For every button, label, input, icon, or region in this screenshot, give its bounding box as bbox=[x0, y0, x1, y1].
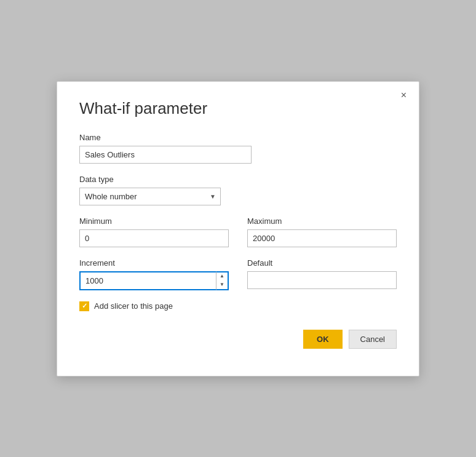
ok-button[interactable]: OK bbox=[303, 330, 343, 349]
dialog-footer: OK Cancel bbox=[79, 330, 397, 349]
increment-input[interactable] bbox=[79, 271, 216, 290]
default-label: Default bbox=[247, 258, 397, 268]
increment-spinner: ▲ ▼ bbox=[216, 271, 229, 290]
add-slicer-label: Add slicer to this page bbox=[94, 301, 173, 311]
dialog-overlay: × What-if parameter Name Data type Whole… bbox=[0, 0, 476, 457]
dialog-title: What-if parameter bbox=[79, 99, 397, 118]
data-type-field-group: Data type Whole number Decimal number Fi… bbox=[79, 175, 397, 205]
increment-label: Increment bbox=[79, 258, 229, 268]
maximum-input[interactable] bbox=[247, 229, 397, 247]
name-field-group: Name bbox=[79, 133, 397, 164]
increment-down-button[interactable]: ▼ bbox=[216, 280, 228, 289]
cancel-button[interactable]: Cancel bbox=[349, 330, 397, 349]
minimum-col: Minimum bbox=[79, 217, 229, 247]
add-slicer-row: ✓ Add slicer to this page bbox=[79, 301, 397, 311]
increment-default-row: Increment ▲ ▼ Default bbox=[79, 258, 397, 290]
close-button[interactable]: × bbox=[397, 89, 410, 101]
maximum-col: Maximum bbox=[247, 217, 397, 247]
checkmark-icon: ✓ bbox=[82, 302, 87, 310]
maximum-label: Maximum bbox=[247, 217, 397, 226]
data-type-select-wrapper: Whole number Decimal number Fixed decima… bbox=[79, 188, 221, 205]
minimum-input[interactable] bbox=[79, 229, 229, 247]
data-type-select[interactable]: Whole number Decimal number Fixed decima… bbox=[79, 188, 221, 205]
increment-col: Increment ▲ ▼ bbox=[79, 258, 229, 290]
minimum-label: Minimum bbox=[79, 217, 229, 226]
what-if-dialog: × What-if parameter Name Data type Whole… bbox=[57, 81, 419, 376]
default-input[interactable] bbox=[247, 271, 397, 289]
add-slicer-checkbox[interactable]: ✓ bbox=[79, 301, 89, 311]
data-type-label: Data type bbox=[79, 175, 397, 184]
name-input[interactable] bbox=[79, 146, 252, 164]
default-col: Default bbox=[247, 258, 397, 290]
min-max-row: Minimum Maximum bbox=[79, 217, 397, 247]
increment-up-button[interactable]: ▲ bbox=[216, 272, 228, 281]
name-input-wrapper bbox=[79, 146, 252, 164]
name-label: Name bbox=[79, 133, 397, 142]
increment-input-wrapper: ▲ ▼ bbox=[79, 271, 229, 290]
